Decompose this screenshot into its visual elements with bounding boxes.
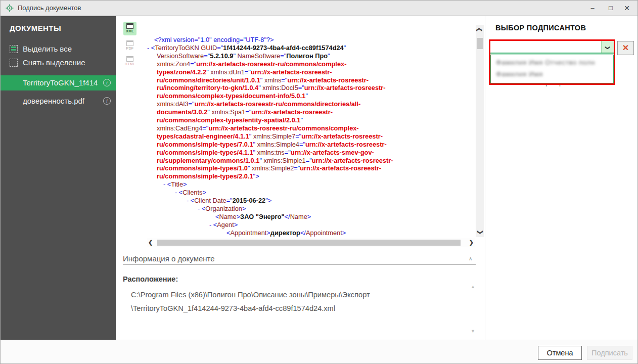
signer-combobox[interactable]: ❯ — [490, 41, 614, 54]
cancel-button[interactable]: Отмена — [538, 346, 582, 360]
document-info-header: Информация о документе — [123, 254, 215, 263]
xml-line: <Name>ЗАО "Энерго"</Name> — [215, 213, 311, 221]
xml-line: ru/commons/complex-types/entity-spatial/… — [157, 116, 303, 124]
vertical-scrollbar[interactable]: ❮ ❮ — [476, 25, 484, 237]
remove-signer-button[interactable]: ✕ — [617, 41, 634, 55]
tab-pdf[interactable]: PDF — [123, 39, 136, 53]
xml-line: xmlns:Zon4="urn://x-artefacts-rosreestr-… — [157, 60, 346, 68]
xml-line: - <Clients> — [175, 189, 206, 197]
xml-line: ru/commons/simple-types/7.0.1" xmlns:Sim… — [157, 141, 387, 149]
sidebar-item-doverennost[interactable]: доверенность.pdf i — [1, 94, 116, 108]
xml-line: <Appointment>директор</Appointment> — [226, 229, 346, 237]
document-name: доверенность.pdf — [23, 97, 102, 105]
info-icon[interactable]: i — [103, 97, 111, 105]
horizontal-scrollbar[interactable]: ❮ ❯ — [147, 238, 475, 247]
select-all-label: Выделить все — [23, 44, 72, 53]
location-label: Расположение: — [123, 275, 178, 283]
info-scroll-up-icon[interactable]: ▲ — [471, 284, 475, 289]
combobox-dropdown-button[interactable]: ❯ — [601, 41, 614, 53]
sidebar-item-territorytogkn[interactable]: TerritoryToGKN_1f414 i — [1, 75, 116, 90]
xml-line: ru/commons/complex-types/document-info/5… — [157, 92, 308, 100]
window-title: Подпись документов — [18, 4, 81, 12]
footer-bar: Отмена Подписать — [1, 340, 638, 363]
horizontal-scroll-thumb[interactable] — [157, 240, 461, 246]
chevron-down-icon: ❯ — [602, 46, 613, 50]
xml-line: - <Title> — [163, 180, 187, 189]
sign-documents-window: Подпись документов – □ ✕ ДОКУМЕНТЫ Выдел… — [0, 0, 638, 364]
app-logo-icon — [6, 4, 14, 12]
info-icon[interactable]: i — [103, 79, 111, 86]
signers-panel-title: ВЫБОР ПОДПИСАНТОВ — [495, 24, 586, 32]
dropdown-item[interactable]: Фамилия Имя — [496, 70, 543, 79]
info-scroll-down-icon[interactable]: ▼ — [471, 329, 475, 334]
pdf-view-icon — [126, 40, 133, 46]
close-button[interactable]: ✕ — [618, 1, 635, 16]
divider — [123, 264, 476, 265]
tab-xml[interactable]: XML — [123, 22, 136, 35]
xml-line: <?xml version="1.0" encoding="UTF-8"?> — [154, 36, 274, 44]
xml-content: <?xml version="1.0" encoding="UTF-8"?>- … — [147, 32, 475, 237]
collapse-chevron-icon[interactable]: ∧ — [469, 256, 472, 261]
xml-line: ru/commons/directories/unit/1.0.1" xmlns… — [157, 76, 369, 84]
xml-line: xmlns:dAl3="urn://x-artefacts-rosreestr-… — [157, 100, 360, 108]
documents-sidebar: ДОКУМЕНТЫ Выделить все Снять выделение T… — [1, 16, 116, 340]
signer-dropdown-list: Фамилия Имя Отчество полнФамилия Имя — [490, 55, 614, 83]
scroll-up-icon[interactable]: ❮ — [476, 27, 483, 32]
titlebar: Подпись документов – □ ✕ — [1, 1, 638, 16]
deselect-icon — [10, 59, 18, 67]
xml-line: ru/commons/simple-types/2.0.1"> — [157, 172, 259, 180]
document-viewer: XML PDF HTML <?xml version="1.0" encodin… — [116, 16, 485, 340]
tab-xml-label: XML — [123, 29, 136, 33]
deselect-all-button[interactable]: Снять выделение — [1, 57, 116, 70]
html-view-icon — [126, 56, 133, 62]
xml-line: documents/3.0.2" xmlns:Spa1="urn://x-art… — [157, 108, 333, 116]
select-all-icon — [10, 45, 18, 53]
scroll-down-icon[interactable]: ❮ — [476, 230, 483, 235]
sign-button[interactable]: Подписать — [587, 346, 632, 360]
signers-panel: ВЫБОР ПОДПИСАНТОВ +Установить сертификат… — [485, 16, 638, 340]
path-line-1: C:\Program Files (x86)\Полигон Про\Описа… — [131, 288, 460, 302]
xml-line: ru/supplementary/commons/1.0.1" xmlns:Si… — [157, 157, 393, 165]
xml-line: ru/commons/simple-types/4.1.1" xmlns:tns… — [157, 149, 374, 157]
xml-line: types/zone/4.2.2" xmlns:dUn1="urn://x-ar… — [157, 68, 332, 76]
xml-line: types/cadastral-engineer/4.1.1" xmlns:Si… — [157, 132, 383, 141]
xml-line: xmlns:CadEng4="urn://x-artefacts-rosrees… — [157, 124, 359, 132]
sidebar-header: ДОКУМЕНТЫ — [10, 24, 61, 32]
minimize-button[interactable]: – — [584, 1, 601, 16]
tab-pdf-label: PDF — [123, 47, 136, 50]
scroll-left-icon[interactable]: ❮ — [148, 239, 153, 246]
path-line-2: \TerritoryToGKN_1f414244-9273-4ba4-afd4-… — [131, 302, 460, 315]
signer-input[interactable] — [490, 41, 601, 53]
tab-html[interactable]: HTML — [123, 55, 136, 68]
xml-line: - <Client Date="2015-06-22"> — [187, 197, 271, 205]
document-name: TerritoryToGKN_1f414 — [23, 78, 102, 87]
scroll-right-icon[interactable]: ❯ — [469, 239, 474, 246]
xml-view-icon — [126, 23, 133, 29]
xml-line: VersionSoftware="5.2.10.9" NameSoftware=… — [157, 52, 330, 60]
xml-line: ru/incoming/territory-to-gkn/1.0.4" xmln… — [157, 84, 386, 92]
tab-html-label: HTML — [123, 62, 136, 66]
dropdown-item[interactable]: Фамилия Имя Отчество полн — [496, 59, 595, 67]
maximize-button[interactable]: □ — [602, 1, 619, 16]
xml-line: - <Organization> — [198, 205, 246, 213]
xml-line: - <TerritoryToGKN GUID="1f414244-9273-4b… — [147, 44, 346, 52]
xml-line: - <Agent> — [209, 221, 238, 229]
vertical-scroll-thumb[interactable] — [477, 38, 483, 49]
document-path: C:\Program Files (x86)\Полигон Про\Описа… — [131, 288, 460, 315]
xml-line: ru/commons/simple-types/1.0" xmlns:Simpl… — [157, 164, 381, 172]
select-all-button[interactable]: Выделить все — [1, 43, 116, 56]
deselect-label: Снять выделение — [23, 58, 85, 67]
